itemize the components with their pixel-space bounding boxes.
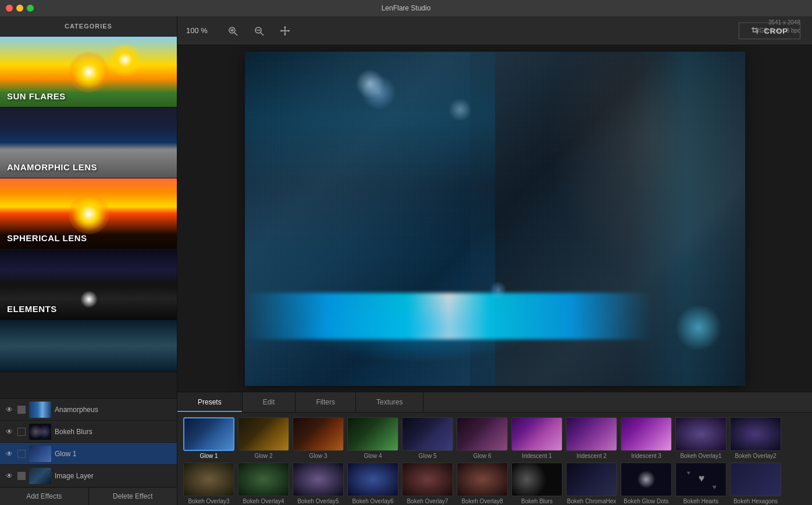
close-button[interactable]	[6, 5, 13, 12]
image-layer-item[interactable]: 👁 Image Layer	[0, 465, 177, 487]
layers-panel: 👁 Anamorpheus 👁 Bokeh Blurs 👁 Glow 1 👁	[0, 398, 177, 505]
category-label-anamorphic: ANAMORPHIC LENS	[7, 162, 97, 172]
preset-thumb-glow6	[457, 417, 508, 451]
preset-bokeh-ov1[interactable]: Bokeh Overlay1	[675, 417, 726, 459]
add-effects-button[interactable]: Add Effects	[0, 488, 89, 505]
preset-glow6[interactable]: Glow 6	[457, 417, 508, 459]
preset-thumb-bokeh-ov5	[293, 463, 344, 496]
preset-thumb-bokeh-ov7	[402, 463, 453, 496]
window-controls	[6, 5, 34, 12]
tab-textures[interactable]: Textures	[356, 392, 423, 412]
layer-check-bokeh-blurs[interactable]	[17, 428, 26, 436]
categories-label: CATEGORIES	[65, 23, 112, 30]
preset-bokeh-ov6[interactable]: Bokeh Overlay6	[347, 463, 398, 504]
app-title: LenFlare Studio	[382, 4, 431, 12]
main-canvas-image[interactable]	[245, 52, 745, 386]
preset-label-bokeh-chroma: Bokeh ChromaHex	[567, 498, 616, 504]
preset-label-bokeh-hex: Bokeh Hexagons	[733, 498, 778, 504]
preset-thumb-glow1	[183, 417, 234, 451]
preset-thumb-glow3	[293, 417, 344, 451]
delete-effect-button[interactable]: Delete Effect	[89, 488, 177, 505]
preset-glow1[interactable]: Glow 1	[183, 417, 234, 459]
preset-thumb-bokeh-chroma	[566, 463, 617, 496]
crop-button[interactable]: CROP	[739, 22, 800, 39]
category-list: SUN FLARES ANAMORPHIC LENS SPHERICAL LEN…	[0, 37, 177, 398]
preset-glow-dots[interactable]: Bokeh Glow Dots	[621, 463, 672, 504]
sidebar-item-more[interactable]	[0, 320, 177, 373]
layer-check-glow1[interactable]	[17, 450, 26, 458]
preset-bokeh-hex[interactable]: Bokeh Hexagons	[730, 463, 781, 504]
sidebar-item-sun-flares[interactable]: SUN FLARES	[0, 37, 177, 108]
preset-bokeh-ov5[interactable]: Bokeh Overlay5	[293, 463, 344, 504]
preset-glow4[interactable]: Glow 4	[347, 417, 398, 459]
visibility-icon-anamorpheus[interactable]: 👁	[5, 405, 14, 414]
preset-glow2[interactable]: Glow 2	[238, 417, 289, 459]
svg-marker-9	[284, 26, 286, 28]
tab-presets[interactable]: Presets	[177, 392, 243, 412]
sidebar-item-anamorphic-lens[interactable]: ANAMORPHIC LENS	[0, 108, 177, 178]
preset-bokeh-ov2[interactable]: Bokeh Overlay2	[730, 417, 781, 459]
preset-bokeh-ov7[interactable]: Bokeh Overlay7	[402, 463, 453, 504]
preset-bokeh-ov4[interactable]: Bokeh Overlay4	[238, 463, 289, 504]
layer-thumbnail-image-layer	[29, 468, 51, 484]
preset-bokeh-blurs[interactable]: Bokeh Blurs	[511, 463, 562, 504]
minimize-button[interactable]	[16, 5, 23, 12]
tab-edit[interactable]: Edit	[243, 392, 296, 412]
layer-name-image-layer: Image Layer	[55, 472, 172, 480]
pan-button[interactable]	[276, 22, 294, 40]
preset-irid1[interactable]: Iridescent 1	[511, 417, 562, 459]
preset-bokeh-hearts[interactable]: ♥ ♥ ♥ Bokeh Hearts	[675, 463, 726, 504]
maximize-button[interactable]	[27, 5, 34, 12]
layer-check-image-layer[interactable]	[17, 472, 26, 480]
preset-label-glow6: Glow 6	[473, 453, 491, 459]
preset-thumb-bokeh-ov6	[347, 463, 398, 496]
toolbar: 100 %	[177, 16, 812, 45]
preset-label-bokeh-ov3: Bokeh Overlay3	[188, 498, 229, 504]
layer-name-bokeh-blurs: Bokeh Blurs	[55, 428, 172, 436]
preset-thumb-bokeh-ov3	[183, 463, 234, 496]
preset-glow5[interactable]: Glow 5	[402, 417, 453, 459]
category-label-elements: ELEMENTS	[7, 304, 57, 314]
svg-line-5	[261, 33, 263, 35]
preset-bokeh-ov8[interactable]: Bokeh Overlay8	[457, 463, 508, 504]
preset-label-glow1: Glow 1	[200, 453, 218, 459]
svg-rect-16	[752, 28, 757, 30]
svg-marker-12	[288, 30, 290, 32]
layer-item-glow1[interactable]: 👁 Glow 1	[0, 443, 177, 465]
zoom-in-button[interactable]	[224, 22, 241, 40]
zoom-out-button[interactable]	[250, 22, 268, 40]
sidebar-item-spherical-lens[interactable]: SPHERICAL LENS	[0, 178, 177, 249]
preset-label-glow2: Glow 2	[254, 453, 272, 459]
visibility-icon-image-layer[interactable]: 👁	[5, 471, 14, 481]
crop-icon	[751, 27, 759, 35]
visibility-icon-glow1[interactable]: 👁	[5, 449, 14, 459]
presets-row-1: Glow 1 Glow 2 Glow 3 Glow 4	[183, 417, 806, 459]
presets-grid: Glow 1 Glow 2 Glow 3 Glow 4	[177, 413, 812, 505]
zoom-level: 100 %	[186, 26, 215, 35]
preset-label-irid3: Iridescent 3	[631, 453, 661, 459]
preset-thumb-bokeh-hex	[730, 463, 781, 496]
canvas-area[interactable]	[177, 45, 812, 392]
layer-check-anamorpheus[interactable]	[17, 406, 26, 414]
bokeh-circle-3	[448, 98, 472, 121]
preset-glow3[interactable]: Glow 3	[293, 417, 344, 459]
preset-thumb-bokeh-hearts: ♥ ♥ ♥	[675, 463, 726, 496]
sidebar-item-elements[interactable]: ELEMENTS	[0, 249, 177, 320]
visibility-icon-bokeh-blurs[interactable]: 👁	[5, 427, 14, 436]
tab-textures-label: Textures	[376, 398, 403, 406]
layer-thumbnail-bokeh-blurs	[29, 424, 51, 440]
preset-bokeh-ov3[interactable]: Bokeh Overlay3	[183, 463, 234, 504]
layer-thumbnail-glow1	[29, 446, 51, 462]
preset-label-bokeh-ov1: Bokeh Overlay1	[680, 453, 721, 459]
preset-irid2[interactable]: Iridescent 2	[566, 417, 617, 459]
preset-label-glow5: Glow 5	[418, 453, 436, 459]
preset-thumb-bokeh-ov4	[238, 463, 289, 496]
layer-item-anamorpheus[interactable]: 👁 Anamorpheus	[0, 399, 177, 421]
tab-filters[interactable]: Filters	[295, 392, 356, 412]
preset-bokeh-chroma[interactable]: Bokeh ChromaHex	[566, 463, 617, 504]
preset-label-bokeh-ov5: Bokeh Overlay5	[297, 498, 339, 504]
preset-irid3[interactable]: Iridescent 3	[621, 417, 672, 459]
svg-text:♥: ♥	[712, 483, 716, 491]
preset-label-bokeh-ov6: Bokeh Overlay6	[352, 498, 393, 504]
layer-item-bokeh-blurs[interactable]: 👁 Bokeh Blurs	[0, 421, 177, 443]
